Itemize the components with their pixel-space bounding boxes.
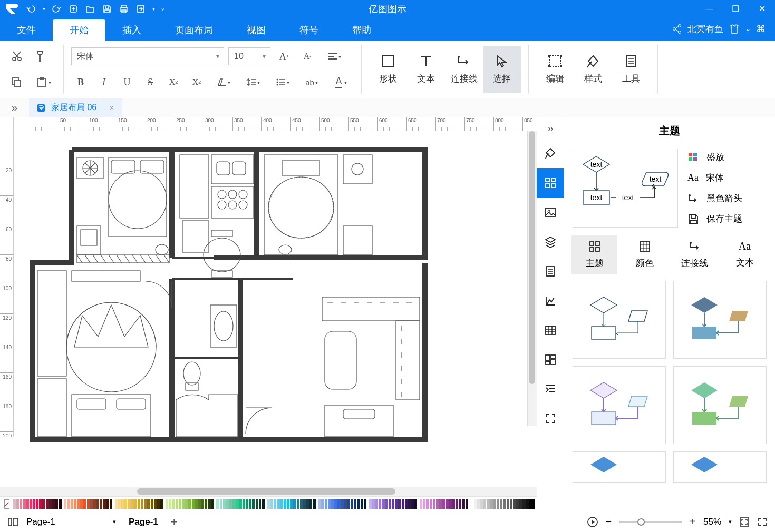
scrollbar-vertical[interactable]: [527, 131, 537, 426]
color-swatch[interactable]: [249, 499, 251, 509]
color-swatch[interactable]: [232, 499, 235, 509]
color-swatch[interactable]: [106, 499, 109, 509]
bold-button[interactable]: B: [71, 73, 90, 92]
text-direction-button[interactable]: ab▾: [299, 73, 324, 92]
select-tool[interactable]: 选择: [483, 46, 521, 93]
color-swatch[interactable]: [470, 499, 473, 509]
subscript-button[interactable]: X2: [187, 73, 206, 92]
floorplan-drawing[interactable]: [30, 147, 446, 442]
style-button[interactable]: 样式: [574, 46, 612, 93]
theme-opt-font[interactable]: Aa 宋体: [687, 172, 767, 184]
theme-tab-2[interactable]: 连接线: [672, 235, 718, 274]
color-swatch[interactable]: [466, 499, 468, 509]
tabs-expand[interactable]: »: [0, 98, 29, 117]
color-swatch[interactable]: [392, 499, 394, 509]
align-button[interactable]: ▾: [321, 47, 346, 66]
color-swatch[interactable]: [141, 499, 143, 509]
color-swatch[interactable]: [93, 499, 96, 509]
new-button[interactable]: [65, 0, 81, 17]
page-list-icon[interactable]: [7, 517, 19, 527]
color-swatch[interactable]: [115, 499, 118, 509]
color-swatch[interactable]: [185, 499, 188, 509]
italic-button[interactable]: I: [94, 73, 113, 92]
color-swatch[interactable]: [128, 499, 130, 509]
color-swatch[interactable]: [223, 499, 226, 509]
color-swatch[interactable]: [480, 499, 483, 509]
color-swatch[interactable]: [26, 499, 29, 509]
menu-tab-页面布局[interactable]: 页面布局: [158, 19, 230, 41]
theme-tab-1[interactable]: 颜色: [622, 235, 667, 274]
collapse-panel[interactable]: »: [547, 117, 553, 139]
color-swatch[interactable]: [500, 499, 502, 509]
menu-tab-文件[interactable]: 文件: [0, 19, 53, 41]
decrease-font-button[interactable]: A-: [298, 47, 317, 66]
color-swatch[interactable]: [39, 499, 42, 509]
color-swatch[interactable]: [341, 499, 344, 509]
no-color-swatch[interactable]: [4, 499, 9, 509]
color-swatch[interactable]: [439, 499, 442, 509]
color-swatch[interactable]: [284, 499, 286, 509]
connector-tool[interactable]: 连接线: [445, 46, 483, 93]
color-swatch[interactable]: [201, 499, 204, 509]
color-swatch[interactable]: [13, 499, 16, 509]
color-swatch[interactable]: [414, 499, 417, 509]
theme-card-1[interactable]: [573, 281, 666, 359]
color-swatch[interactable]: [408, 499, 411, 509]
color-swatch[interactable]: [313, 499, 315, 509]
color-swatch[interactable]: [83, 499, 86, 509]
color-swatch[interactable]: [513, 499, 516, 509]
apps-icon[interactable]: ⌘: [756, 23, 766, 35]
color-swatch[interactable]: [446, 499, 449, 509]
color-swatch[interactable]: [522, 499, 525, 509]
bullets-button[interactable]: ▾: [269, 73, 295, 92]
color-swatch[interactable]: [306, 499, 309, 509]
color-swatch[interactable]: [205, 499, 207, 509]
theme-opt-save[interactable]: 保存主题: [687, 213, 767, 225]
color-swatch[interactable]: [519, 499, 522, 509]
increase-font-button[interactable]: A+: [275, 47, 294, 66]
export-dropdown[interactable]: ▾: [150, 0, 157, 17]
color-swatch[interactable]: [395, 499, 398, 509]
color-swatch[interactable]: [154, 499, 157, 509]
color-swatch[interactable]: [430, 499, 432, 509]
canvas[interactable]: [14, 131, 527, 487]
color-swatch[interactable]: [147, 499, 150, 509]
tools-button[interactable]: 工具: [612, 46, 650, 93]
color-swatch[interactable]: [71, 499, 73, 509]
color-swatch[interactable]: [474, 499, 477, 509]
close-button[interactable]: ✕: [749, 0, 775, 17]
share-icon[interactable]: [672, 24, 682, 34]
color-swatch[interactable]: [87, 499, 90, 509]
fit-icon[interactable]: [739, 517, 750, 527]
color-swatch[interactable]: [195, 499, 198, 509]
color-swatch[interactable]: [30, 499, 32, 509]
copy-button[interactable]: [7, 73, 26, 92]
color-swatch[interactable]: [280, 499, 283, 509]
color-swatch[interactable]: [364, 499, 366, 509]
color-swatch[interactable]: [64, 499, 66, 509]
color-swatch[interactable]: [442, 499, 445, 509]
color-swatch[interactable]: [309, 499, 312, 509]
chart-tool[interactable]: [537, 286, 564, 316]
color-swatch[interactable]: [100, 499, 102, 509]
color-swatch[interactable]: [459, 499, 461, 509]
color-swatch[interactable]: [77, 499, 80, 509]
color-swatch[interactable]: [157, 499, 160, 509]
paste-button[interactable]: ▾: [31, 73, 56, 92]
highlight-button[interactable]: ▾: [210, 73, 236, 92]
user-dropdown[interactable]: ⌄: [745, 25, 751, 33]
superscript-button[interactable]: X2: [164, 73, 183, 92]
color-swatch[interactable]: [124, 499, 127, 509]
color-swatch[interactable]: [134, 499, 137, 509]
color-swatch[interactable]: [337, 499, 340, 509]
color-swatch[interactable]: [344, 499, 347, 509]
close-tab-icon[interactable]: ×: [109, 103, 114, 113]
color-swatch[interactable]: [55, 499, 58, 509]
color-swatch[interactable]: [318, 499, 321, 509]
export-button[interactable]: [133, 0, 149, 17]
strikethrough-button[interactable]: S: [141, 73, 160, 92]
color-swatch[interactable]: [423, 499, 425, 509]
open-button[interactable]: [82, 0, 98, 17]
minimize-button[interactable]: —: [696, 0, 722, 17]
text-tool[interactable]: 文本: [407, 46, 445, 93]
